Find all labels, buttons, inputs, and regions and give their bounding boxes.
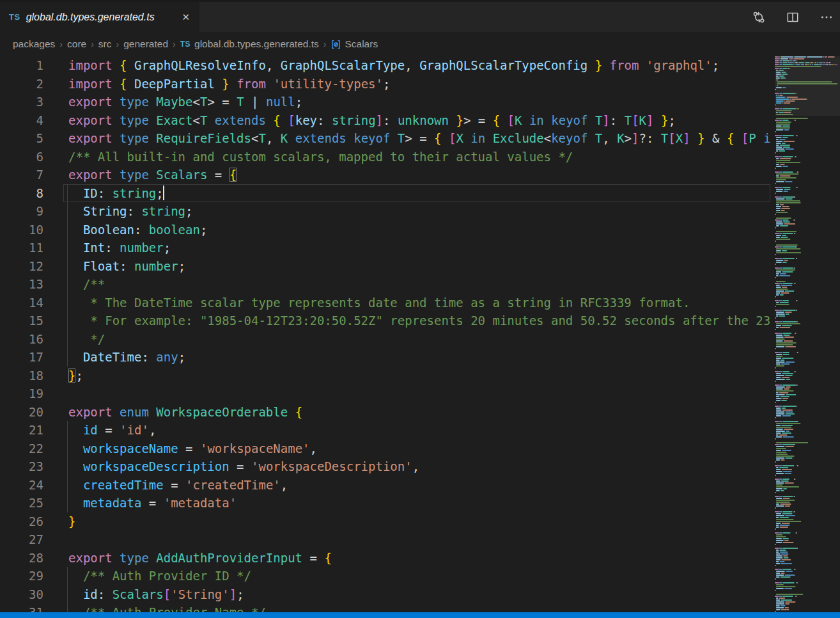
code-text: import { DeepPartial } from 'utility-typ… xyxy=(68,75,390,93)
line-number[interactable]: 26 xyxy=(0,512,43,531)
indent-guide xyxy=(67,257,68,276)
code-text: DateTime: any; xyxy=(68,348,185,367)
code-line-30[interactable]: 30 id: Scalars['String']; xyxy=(0,585,770,604)
breadcrumb-item-packages[interactable]: packages xyxy=(13,38,55,50)
code-line-2[interactable]: 2import { DeepPartial } from 'utility-ty… xyxy=(0,75,770,93)
indent-guide xyxy=(67,421,68,440)
code-editor: 1import { GraphQLResolveInfo, GraphQLSca… xyxy=(0,56,840,612)
open-changes-button[interactable] xyxy=(751,9,767,26)
breadcrumb-item-generated[interactable]: generated xyxy=(123,38,168,50)
code-line-8[interactable]: 8 ID: string; xyxy=(0,184,770,203)
line-number[interactable]: 11 xyxy=(0,239,43,257)
indent-guide xyxy=(67,294,68,312)
line-number[interactable]: 21 xyxy=(0,421,43,440)
line-number[interactable]: 3 xyxy=(0,93,43,111)
code-line-21[interactable]: 21 id = 'id', xyxy=(0,421,770,440)
code-line-7[interactable]: 7export type Scalars = { xyxy=(0,166,770,184)
line-number[interactable]: 9 xyxy=(0,202,43,221)
indent-guide xyxy=(67,603,68,612)
line-number[interactable]: 15 xyxy=(0,312,43,330)
code-line-11[interactable]: 11 Int: number; xyxy=(0,239,770,257)
line-number[interactable]: 19 xyxy=(0,384,43,403)
code-line-14[interactable]: 14 * The DateTime scalar type represents… xyxy=(0,294,770,312)
git-compare-icon xyxy=(752,10,766,24)
code-line-12[interactable]: 12 Float: number; xyxy=(0,257,770,276)
line-number[interactable]: 8 xyxy=(0,184,43,203)
breadcrumb-item-src[interactable]: src xyxy=(98,38,112,50)
line-number[interactable]: 12 xyxy=(0,257,43,276)
code-line-16[interactable]: 16 */ xyxy=(0,330,770,349)
line-number[interactable]: 4 xyxy=(0,111,43,130)
code-line-17[interactable]: 17 DateTime: any; xyxy=(0,348,770,367)
indent-guide xyxy=(67,476,68,495)
code-line-18[interactable]: 18}; xyxy=(0,367,770,385)
more-actions-button[interactable] xyxy=(818,9,835,26)
code-line-9[interactable]: 9 String: string; xyxy=(0,202,770,221)
code-line-28[interactable]: 28export type AddAuthProviderInput = { xyxy=(0,549,770,567)
code-line-22[interactable]: 22 workspaceName = 'workspaceName', xyxy=(0,440,770,458)
code-text: export enum WorkspaceOrderable { xyxy=(68,403,302,422)
split-editor-icon xyxy=(786,10,800,24)
code-line-20[interactable]: 20export enum WorkspaceOrderable { xyxy=(0,403,770,422)
line-number[interactable]: 13 xyxy=(0,275,43,294)
code-line-13[interactable]: 13 /** xyxy=(0,275,770,294)
line-number[interactable]: 5 xyxy=(0,129,43,148)
code-line-25[interactable]: 25 metadata = 'metadata' xyxy=(0,494,770,512)
line-number[interactable]: 25 xyxy=(0,494,43,512)
breadcrumb-separator: › xyxy=(91,39,94,49)
breadcrumb-file-name: global.db.types.generated.ts xyxy=(194,38,319,50)
code-line-23[interactable]: 23 workspaceDescription = 'workspaceDesc… xyxy=(0,457,770,476)
code-text: export type Exact<T extends { [key: stri… xyxy=(68,111,676,130)
line-number[interactable]: 31 xyxy=(0,603,43,612)
line-number[interactable]: 7 xyxy=(0,166,43,184)
indent-guide xyxy=(67,184,68,203)
line-number[interactable]: 24 xyxy=(0,476,43,495)
line-number[interactable]: 1 xyxy=(0,56,43,75)
line-number[interactable]: 29 xyxy=(0,567,43,585)
code-text: /** Auth Provider Name */ xyxy=(68,603,266,612)
close-tab-button[interactable]: ✕ xyxy=(178,10,193,24)
minimap-slider[interactable] xyxy=(775,56,840,116)
code-text: Float: number; xyxy=(68,257,185,276)
code-line-29[interactable]: 29 /** Auth Provider ID */ xyxy=(0,567,770,585)
code-line-5[interactable]: 5export type RequireFields<T, K extends … xyxy=(0,129,770,148)
code-text: export type Scalars = { xyxy=(68,166,237,184)
line-number[interactable]: 16 xyxy=(0,330,43,349)
code-text: /** Auth Provider ID */ xyxy=(68,567,251,585)
breadcrumb-symbol-name: Scalars xyxy=(345,38,378,50)
line-number[interactable]: 23 xyxy=(0,457,43,476)
line-number[interactable]: 17 xyxy=(0,348,43,367)
line-number[interactable]: 28 xyxy=(0,549,43,567)
line-number[interactable]: 27 xyxy=(0,530,43,549)
breadcrumb-item-core[interactable]: core xyxy=(67,38,86,50)
line-number[interactable]: 30 xyxy=(0,585,43,604)
code-line-10[interactable]: 10 Boolean: boolean; xyxy=(0,221,770,239)
line-number[interactable]: 22 xyxy=(0,440,43,458)
code-line-15[interactable]: 15 * For example: "1985-04-12T23:20:50.5… xyxy=(0,312,770,330)
code-line-6[interactable]: 6/** All built-in and custom scalars, ma… xyxy=(0,148,770,166)
line-number[interactable]: 18 xyxy=(0,367,43,385)
line-number[interactable]: 14 xyxy=(0,294,43,312)
code-line-3[interactable]: 3export type Maybe<T> = T | null; xyxy=(0,93,770,111)
code-text: Int: number; xyxy=(68,239,171,257)
tab-global-db-types-generated-ts[interactable]: TS global.db.types.generated.ts ✕ xyxy=(0,2,199,32)
code-line-26[interactable]: 26} xyxy=(0,512,770,531)
split-editor-button[interactable] xyxy=(784,9,801,26)
code-line-1[interactable]: 1import { GraphQLResolveInfo, GraphQLSca… xyxy=(0,56,770,75)
line-number[interactable]: 10 xyxy=(0,221,43,239)
breadcrumb-separator: › xyxy=(323,39,327,49)
code-text: export type AddAuthProviderInput = { xyxy=(68,549,332,567)
indent-guide xyxy=(67,457,68,476)
code-text: createdTime = 'createdTime', xyxy=(68,476,288,495)
breadcrumb-symbol[interactable]: Scalars xyxy=(331,38,378,50)
code-line-27[interactable]: 27 xyxy=(0,530,770,549)
line-number[interactable]: 2 xyxy=(0,75,43,93)
code-line-31[interactable]: 31 /** Auth Provider Name */ xyxy=(0,603,770,612)
code-line-19[interactable]: 19 xyxy=(0,384,770,403)
breadcrumb-file[interactable]: TSglobal.db.types.generated.ts xyxy=(180,38,319,50)
line-number[interactable]: 6 xyxy=(0,148,43,166)
code-line-4[interactable]: 4export type Exact<T extends { [key: str… xyxy=(0,111,770,130)
code-line-24[interactable]: 24 createdTime = 'createdTime', xyxy=(0,476,770,495)
minimap[interactable] xyxy=(775,56,840,612)
line-number[interactable]: 20 xyxy=(0,403,43,422)
